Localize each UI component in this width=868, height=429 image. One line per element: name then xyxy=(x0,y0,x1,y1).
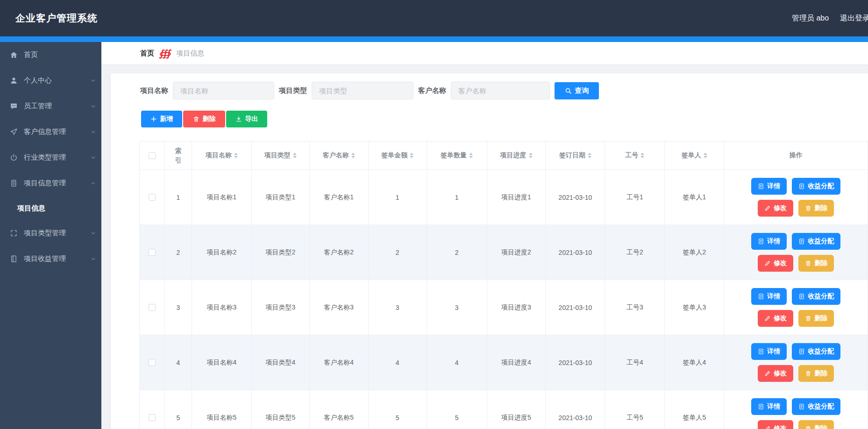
row-delete-button[interactable]: 删除 xyxy=(798,255,834,272)
add-button[interactable]: 新增 xyxy=(141,111,182,127)
select-all-checkbox[interactable] xyxy=(149,152,156,159)
column-header-worker-id[interactable]: 工号 xyxy=(605,141,665,169)
row-checkbox[interactable] xyxy=(149,414,156,421)
filter-input-project-name[interactable] xyxy=(173,82,274,99)
row-revenue-allocation-button[interactable]: 收益分配 xyxy=(792,343,840,360)
row-edit-button[interactable]: 修改 xyxy=(758,200,793,217)
row-detail-button[interactable]: 详情 xyxy=(751,398,787,415)
row-delete-button[interactable]: 删除 xyxy=(798,310,834,327)
row-checkbox[interactable] xyxy=(149,249,156,256)
table-row: 4项目名称4项目类型4客户名称444项目进度42021-03-10工号4签单人4… xyxy=(140,335,868,390)
cell-index: 3 xyxy=(165,280,192,335)
sort-caret[interactable] xyxy=(293,151,297,160)
row-select-cell xyxy=(140,335,165,390)
row-delete-button[interactable]: 删除 xyxy=(798,420,834,429)
row-revenue-allocation-button-label: 收益分配 xyxy=(808,347,834,356)
column-header-sign-amount[interactable]: 签单金额 xyxy=(369,141,427,169)
sidebar-subitem-project-info[interactable]: 项目信息 xyxy=(0,196,101,220)
sort-caret[interactable] xyxy=(469,151,473,160)
trash-icon xyxy=(805,425,811,429)
column-header-project-name[interactable]: 项目名称 xyxy=(192,141,252,169)
row-checkbox[interactable] xyxy=(149,359,156,366)
column-header-label: 签单金额 xyxy=(381,151,407,160)
sidebar-item-industry-type-mgmt[interactable]: 行业类型管理 xyxy=(0,145,101,170)
filter-input-project-type[interactable] xyxy=(312,82,413,99)
sidebar-item-label: 客户信息管理 xyxy=(24,127,91,136)
row-select-cell xyxy=(140,280,165,335)
sort-caret[interactable] xyxy=(351,151,355,160)
sort-caret[interactable] xyxy=(588,151,591,160)
column-header-project-type[interactable]: 项目类型 xyxy=(252,141,310,169)
cell-index: 5 xyxy=(165,390,192,429)
cell-index: 2 xyxy=(165,225,192,280)
row-revenue-allocation-button[interactable]: 收益分配 xyxy=(792,233,840,250)
row-edit-button[interactable]: 修改 xyxy=(758,365,793,382)
delete-button[interactable]: 删除 xyxy=(183,111,225,127)
user-icon xyxy=(10,77,18,84)
filter-label-customer-name: 客户名称 xyxy=(418,82,446,99)
sidebar-item-personal-center[interactable]: 个人中心 xyxy=(0,68,101,93)
sidebar-item-home[interactable]: 首页 xyxy=(0,42,101,68)
sort-caret[interactable] xyxy=(234,151,238,160)
row-revenue-allocation-button-label: 收益分配 xyxy=(808,237,834,246)
doc-icon xyxy=(798,238,805,245)
building-icon xyxy=(10,179,18,187)
column-header-signer[interactable]: 签单人 xyxy=(665,141,724,169)
cell-project-progress: 项目进度4 xyxy=(487,335,546,390)
sidebar-item-project-type-mgmt[interactable]: 项目类型管理 xyxy=(0,220,101,246)
sidebar-item-customer-info-mgmt[interactable]: 客户信息管理 xyxy=(0,119,101,145)
chat-icon xyxy=(10,102,18,110)
trash-icon xyxy=(805,205,811,211)
row-delete-button[interactable]: 删除 xyxy=(798,365,834,382)
column-header-sign-date[interactable]: 签订日期 xyxy=(546,141,605,169)
row-revenue-allocation-button[interactable]: 收益分配 xyxy=(792,288,840,305)
chevron-down-icon xyxy=(91,78,96,83)
column-header-project-progress[interactable]: 项目进度 xyxy=(487,141,546,169)
column-header-customer-name[interactable]: 客户名称 xyxy=(310,141,369,169)
column-header-label: 签单人 xyxy=(682,151,701,160)
row-detail-button[interactable]: 详情 xyxy=(751,178,787,195)
row-edit-button[interactable]: 修改 xyxy=(758,255,793,272)
column-header-label: 工号 xyxy=(625,151,638,160)
user-name[interactable]: 管理员 abo xyxy=(792,0,829,36)
logout-link[interactable]: 退出登录 xyxy=(840,0,868,36)
cell-sign-quantity: 2 xyxy=(427,225,487,280)
row-checkbox[interactable] xyxy=(149,194,156,201)
breadcrumb-item-home[interactable]: 首页 xyxy=(140,49,154,58)
row-detail-button[interactable]: 详情 xyxy=(751,233,787,250)
row-edit-button[interactable]: 修改 xyxy=(758,310,793,327)
row-edit-button[interactable]: 修改 xyxy=(758,420,793,429)
chevron-down-icon xyxy=(91,129,96,134)
brackets-icon xyxy=(10,229,18,237)
doc-icon xyxy=(758,238,764,245)
row-detail-button[interactable]: 详情 xyxy=(751,288,787,305)
page-title: 企业客户管理系统 xyxy=(15,0,98,36)
column-header-sign-quantity[interactable]: 签单数量 xyxy=(427,141,487,169)
cell-project-type: 项目类型4 xyxy=(252,335,310,390)
sort-caret[interactable] xyxy=(529,151,533,160)
search-button[interactable]: 查询 xyxy=(555,82,599,99)
cell-project-progress: 项目进度1 xyxy=(487,170,546,225)
row-detail-button-label: 详情 xyxy=(767,292,780,301)
sidebar-item-project-revenue-mgmt[interactable]: 项目收益管理 xyxy=(0,246,101,272)
row-checkbox[interactable] xyxy=(149,304,156,311)
breadcrumb-item-current: 项目信息 xyxy=(176,49,204,58)
cell-sign-date: 2021-03-10 xyxy=(546,390,605,429)
search-icon xyxy=(565,87,572,94)
export-button[interactable]: 导出 xyxy=(226,111,267,127)
sidebar-item-project-info-mgmt[interactable]: 项目信息管理 xyxy=(0,170,101,196)
row-detail-button[interactable]: 详情 xyxy=(751,343,787,360)
row-edit-button-label: 修改 xyxy=(774,424,787,429)
sort-caret[interactable] xyxy=(640,151,644,160)
sort-caret[interactable] xyxy=(704,151,707,160)
row-revenue-allocation-button[interactable]: 收益分配 xyxy=(792,398,840,415)
sort-caret[interactable] xyxy=(410,151,413,160)
row-delete-button[interactable]: 删除 xyxy=(798,200,834,217)
export-button-label: 导出 xyxy=(245,115,258,123)
filter-input-customer-name[interactable] xyxy=(451,82,550,99)
row-revenue-allocation-button[interactable]: 收益分配 xyxy=(792,178,840,195)
cell-signer: 签单人3 xyxy=(665,280,724,335)
row-delete-button-label: 删除 xyxy=(814,204,827,212)
sidebar-item-employee-mgmt[interactable]: 员工管理 xyxy=(0,93,101,119)
door-icon xyxy=(10,255,18,263)
